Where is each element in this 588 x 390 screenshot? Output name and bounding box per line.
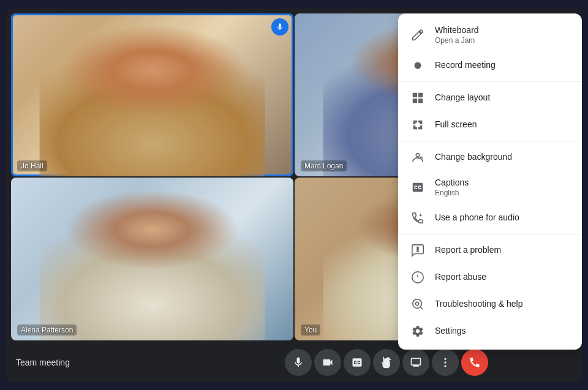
more-options-button[interactable] (432, 349, 459, 376)
layout-label: Change layout (435, 92, 490, 104)
record-content: Record meeting (435, 59, 496, 72)
record-label: Record meeting (435, 59, 496, 72)
captions-button[interactable] (344, 349, 371, 376)
report-problem-icon (410, 243, 425, 258)
report-problem-label: Report a problem (435, 244, 501, 257)
menu-item-fullscreen[interactable]: Full screen (398, 111, 582, 138)
help-content: Troubleshooting & help (435, 298, 522, 310)
whiteboard-icon (410, 28, 425, 42)
svg-point-9 (415, 302, 419, 306)
help-label: Troubleshooting & help (435, 298, 522, 310)
captions-sublabel: English (435, 189, 469, 198)
video-tile-jo: Jo Hall (11, 13, 293, 176)
report-abuse-label: Report abuse (435, 271, 486, 283)
svg-point-3 (415, 62, 421, 69)
whiteboard-content: Whiteboard Open a Jam (435, 24, 479, 46)
menu-item-captions[interactable]: Captions English (398, 171, 582, 204)
captions-label: Captions (435, 177, 469, 189)
menu-item-report-abuse[interactable]: Report abuse (398, 264, 582, 291)
settings-icon (410, 324, 425, 339)
raise-hand-button[interactable] (373, 349, 400, 376)
phone-audio-label: Use a phone for audio (435, 212, 519, 224)
phone-audio-content: Use a phone for audio (435, 212, 519, 224)
context-menu: Whiteboard Open a Jam Record meeting (398, 13, 582, 350)
layout-icon (410, 91, 425, 105)
phone-icon (410, 211, 425, 225)
participant-name-alena: Alena Patterson (17, 324, 77, 336)
background-content: Change background (435, 151, 512, 163)
camera-button[interactable] (314, 349, 341, 376)
background-icon (410, 150, 425, 165)
captions-content: Captions English (435, 177, 469, 198)
menu-item-report-problem[interactable]: Report a problem (398, 237, 582, 264)
participant-name-marc: Marc Logan (301, 160, 347, 171)
controls-bar (202, 349, 572, 376)
svg-point-2 (445, 365, 447, 367)
divider-1 (398, 81, 582, 82)
present-button[interactable] (402, 349, 429, 376)
mic-button[interactable] (285, 349, 312, 376)
settings-label: Settings (435, 325, 466, 337)
fullscreen-label: Full screen (435, 119, 477, 131)
svg-point-1 (445, 361, 447, 363)
end-call-button[interactable] (461, 349, 488, 376)
report-abuse-icon (410, 270, 425, 285)
menu-item-whiteboard[interactable]: Whiteboard Open a Jam (398, 18, 582, 52)
svg-point-0 (445, 358, 447, 359)
fullscreen-icon (410, 118, 425, 132)
help-icon (410, 297, 425, 312)
video-tile-alena: Alena Patterson (11, 178, 293, 340)
whiteboard-sublabel: Open a Jam (435, 36, 479, 46)
meet-container: Jo Hall Marc Logan Alena Patterson You T… (6, 9, 582, 382)
background-label: Change background (435, 151, 512, 163)
mic-active-indicator-jo (271, 18, 288, 36)
meeting-title: Team meeting (16, 358, 202, 367)
menu-item-record[interactable]: Record meeting (398, 52, 582, 79)
fullscreen-content: Full screen (435, 119, 477, 131)
svg-point-8 (413, 299, 422, 309)
menu-item-background[interactable]: Change background (398, 144, 582, 171)
record-icon (410, 58, 425, 73)
whiteboard-label: Whiteboard (435, 24, 479, 37)
captions-icon (410, 180, 425, 195)
divider-2 (398, 141, 582, 141)
divider-3 (398, 234, 582, 234)
report-abuse-content: Report abuse (435, 271, 486, 283)
svg-point-4 (416, 153, 420, 157)
menu-item-phone-audio[interactable]: Use a phone for audio (398, 204, 582, 231)
menu-item-help[interactable]: Troubleshooting & help (398, 291, 582, 318)
participant-name-jo: Jo Hall (17, 160, 47, 171)
settings-content: Settings (435, 325, 466, 337)
report-problem-content: Report a problem (435, 244, 501, 257)
participant-name-you: You (301, 324, 320, 336)
menu-item-settings[interactable]: Settings (398, 318, 582, 345)
menu-item-layout[interactable]: Change layout (398, 84, 582, 111)
layout-content: Change layout (435, 92, 490, 104)
